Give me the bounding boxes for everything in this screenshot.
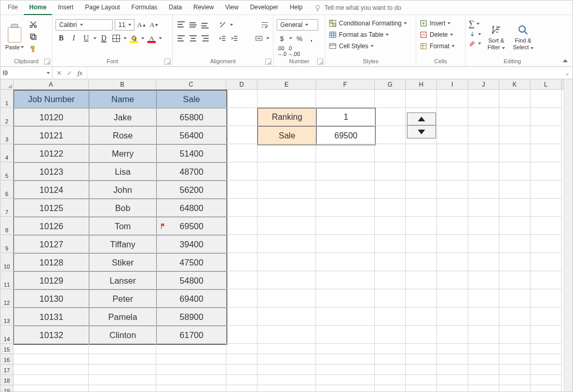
font-name-combo[interactable]: Calibri [56, 19, 113, 31]
font-color-button[interactable]: A [146, 33, 157, 44]
align-bottom-button[interactable] [200, 20, 210, 30]
fill-color-button[interactable] [128, 33, 140, 44]
increase-decimal-button[interactable]: .00→.0 [277, 46, 287, 57]
sort-filter-button[interactable]: Sort & Filter [484, 17, 508, 57]
wrap-text-button[interactable] [260, 20, 270, 30]
group-label-number: Number [277, 57, 322, 66]
tab-developer[interactable]: Developer [245, 1, 284, 14]
comma-button[interactable]: , [306, 33, 317, 44]
percent-button[interactable]: % [294, 33, 305, 44]
col-header-K[interactable]: K [499, 79, 530, 89]
col-header-L[interactable]: L [530, 79, 562, 89]
align-center-button[interactable] [188, 33, 198, 44]
col-header-H[interactable]: H [406, 79, 437, 89]
bold-button[interactable]: B [56, 33, 67, 44]
clipboard-expand-icon[interactable] [44, 59, 50, 65]
svg-rect-4 [31, 34, 35, 38]
col-header-F[interactable]: F [316, 79, 375, 89]
group-font: Calibri 11 A▲ A▼ B I U D [52, 15, 173, 66]
tab-page-layout[interactable]: Page Layout [80, 1, 125, 14]
tab-help[interactable]: Help [284, 1, 308, 14]
column-headers[interactable]: ABCDEFGHIJKL [13, 79, 572, 90]
increase-font-button[interactable]: A▲ [137, 20, 147, 30]
cell-styles-button[interactable]: Cell Styles [329, 42, 413, 50]
format-as-table-button[interactable]: Format as Table [329, 31, 413, 39]
clear-button[interactable] [469, 40, 481, 47]
col-header-B[interactable]: B [89, 79, 156, 89]
borders-button[interactable] [111, 33, 122, 44]
tell-me-search[interactable]: Tell me what you want to do [314, 4, 401, 11]
tab-home[interactable]: Home [24, 1, 51, 15]
cut-button[interactable] [28, 19, 39, 30]
fx-icon[interactable]: fx [75, 68, 85, 78]
tab-review[interactable]: Review [188, 1, 219, 14]
col-header-A[interactable]: A [13, 79, 89, 89]
cancel-formula-button[interactable]: ✕ [54, 68, 64, 78]
name-box[interactable]: I9 [1, 67, 52, 79]
enter-formula-button[interactable]: ✓ [65, 68, 74, 78]
worksheet[interactable]: ABCDEFGHIJKL 123456789101112131415161718… [1, 79, 572, 391]
col-header-G[interactable]: G [375, 79, 406, 89]
delete-cells-button[interactable]: Delete [419, 31, 462, 39]
alignment-expand-icon[interactable] [265, 59, 271, 65]
decrease-decimal-button[interactable]: .0→.00 [289, 46, 299, 57]
svg-rect-8 [333, 23, 336, 26]
increase-indent-button[interactable] [229, 33, 240, 44]
autosum-button[interactable]: ∑ [469, 19, 481, 29]
col-header-I[interactable]: I [437, 79, 468, 89]
collapse-ribbon-button[interactable] [561, 57, 569, 64]
align-right-button[interactable] [200, 33, 210, 44]
decrease-indent-button[interactable] [217, 33, 228, 44]
vertical-scrollbar[interactable] [564, 79, 572, 391]
align-top-button[interactable] [176, 20, 186, 30]
underline-dropdown[interactable] [93, 33, 97, 44]
underline-button[interactable]: U [80, 33, 92, 44]
number-format-combo[interactable]: General [277, 19, 318, 31]
fill-color-dropdown[interactable] [141, 33, 145, 44]
col-header-E[interactable]: E [257, 79, 316, 89]
merge-center-button[interactable] [254, 33, 264, 44]
merge-dropdown[interactable] [266, 33, 270, 44]
tab-file[interactable]: File [3, 1, 23, 14]
row-headers[interactable]: 1234567891011121314151617181920212223242… [1, 90, 13, 391]
insert-cells-button[interactable]: Insert [419, 19, 462, 27]
group-label-cells: Cells [419, 57, 462, 66]
paste-button[interactable]: Paste [4, 17, 25, 57]
group-label-clipboard: Clipboard [4, 57, 49, 66]
accounting-format-button[interactable]: $ [277, 33, 287, 44]
format-cells-button[interactable]: Format [419, 42, 462, 50]
double-underline-button[interactable]: D [98, 33, 110, 44]
orientation-dropdown[interactable] [229, 19, 234, 31]
align-left-button[interactable] [176, 33, 186, 44]
col-header-J[interactable]: J [468, 79, 499, 89]
conditional-formatting-button[interactable]: Conditional Formatting [329, 19, 413, 27]
font-size-combo[interactable]: 11 [115, 19, 134, 31]
font-color-dropdown[interactable] [158, 33, 162, 44]
tab-insert[interactable]: Insert [53, 1, 79, 14]
align-middle-button[interactable] [188, 20, 198, 30]
borders-dropdown[interactable] [123, 33, 127, 44]
select-all-button[interactable] [1, 79, 13, 90]
cells[interactable]: Job NumberNameSale10120Jake6580010121Ros… [13, 90, 572, 391]
tell-me-label: Tell me what you want to do [324, 4, 401, 11]
tab-data[interactable]: Data [163, 1, 187, 14]
accounting-dropdown[interactable] [289, 33, 293, 44]
find-select-button[interactable]: Find & Select [511, 17, 535, 57]
fill-button[interactable] [469, 31, 481, 38]
orientation-button[interactable] [217, 20, 228, 30]
format-painter-button[interactable] [28, 44, 39, 54]
font-expand-icon[interactable] [165, 59, 171, 65]
svg-rect-14 [421, 44, 427, 49]
decrease-font-button[interactable]: A▼ [149, 20, 159, 30]
tab-view[interactable]: View [220, 1, 244, 14]
expand-formula-bar-button[interactable]: ⌄ [562, 69, 572, 77]
svg-rect-7 [330, 20, 333, 23]
tab-formulas[interactable]: Formulas [126, 1, 162, 14]
col-header-D[interactable]: D [226, 79, 257, 89]
formula-input[interactable] [87, 67, 562, 79]
group-label-alignment: Alignment [176, 57, 270, 66]
italic-button[interactable]: I [68, 33, 79, 44]
number-expand-icon[interactable] [317, 59, 323, 65]
copy-button[interactable] [28, 32, 39, 42]
col-header-C[interactable]: C [156, 79, 226, 89]
